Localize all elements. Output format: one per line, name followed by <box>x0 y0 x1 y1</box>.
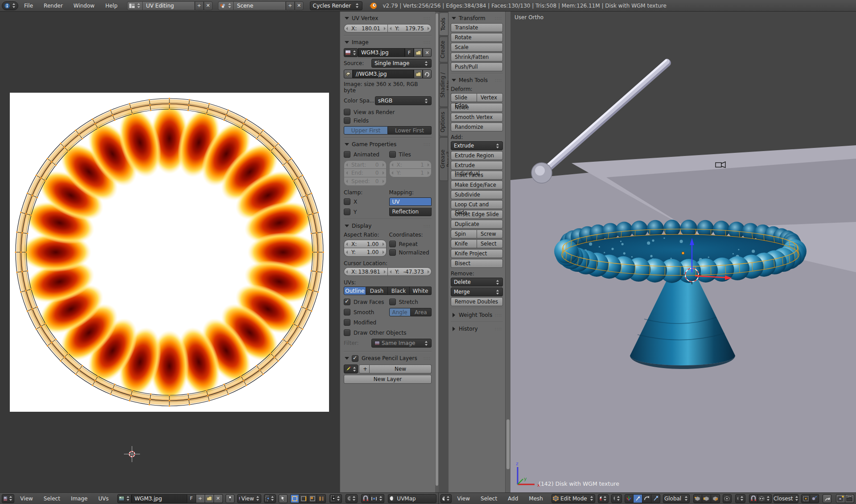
extrude-region-button[interactable]: Extrude Region <box>451 151 503 160</box>
render-still-button[interactable] <box>836 494 845 503</box>
manipulator-rotate-button[interactable] <box>642 494 651 503</box>
uv-vertex-x-field[interactable]: X: 180.01 <box>344 24 387 33</box>
cursor-y-field[interactable]: Y: -47.373 <box>387 267 432 276</box>
open-image-button[interactable] <box>414 48 423 57</box>
snap-magnet-button[interactable] <box>361 494 370 503</box>
scene-browse-button[interactable] <box>218 1 233 10</box>
snap-self-button[interactable] <box>801 494 810 503</box>
uv-menu-uvs[interactable]: UVs <box>93 494 113 504</box>
uv-select-vertex-button[interactable] <box>290 494 299 503</box>
uv-select-face-button[interactable] <box>308 494 317 503</box>
pin-image-button[interactable] <box>226 494 235 503</box>
editor-type-image-button[interactable] <box>2 494 14 503</box>
draw-faces-checkbox[interactable]: Draw Faces <box>344 298 387 306</box>
uv-menu-select[interactable]: Select <box>39 494 65 504</box>
add-scene-button[interactable]: + <box>286 1 295 10</box>
aspect-y-field[interactable]: Y: 1.00 <box>344 248 387 257</box>
uv-image-editor[interactable]: UV Vertex :::: X: 180.01 Y: 179.75 <box>0 12 439 492</box>
v3d-menu-view[interactable]: View <box>453 494 475 504</box>
image-name-field[interactable]: WGM3.jpg <box>358 48 405 57</box>
tiles-checkbox[interactable]: Tiles <box>389 150 432 159</box>
stretch-area-button[interactable]: Area <box>411 308 432 316</box>
make-edge-face-button[interactable]: Make Edge/Face <box>451 180 503 189</box>
modified-checkbox[interactable]: Modified <box>344 318 387 327</box>
uv-display-white-button[interactable]: White <box>410 287 432 295</box>
tab-shading-uvs[interactable]: Shading / UVs <box>439 63 448 107</box>
menu-render[interactable]: Render <box>39 1 68 11</box>
panel-header-uv-vertex[interactable]: UV Vertex :::: <box>344 13 432 23</box>
limit-selection-visible-button[interactable] <box>723 494 732 503</box>
snap-element-dropdown-3d[interactable] <box>758 494 772 503</box>
snap-element-dropdown[interactable] <box>370 494 384 503</box>
fake-user-button[interactable]: F <box>405 48 414 57</box>
render-engine-dropdown[interactable]: Cycles Render <box>310 1 362 10</box>
noise-button[interactable]: Noise <box>451 103 503 112</box>
extrude-menu[interactable]: Extrude <box>451 141 503 150</box>
select-mode-edge-button[interactable] <box>702 494 711 503</box>
normalized-checkbox[interactable]: Normalized <box>389 248 432 257</box>
knife-button[interactable]: Knife <box>451 239 477 248</box>
uv-display-dash-button[interactable]: Dash <box>366 287 388 295</box>
editor-type-3dview-button[interactable] <box>440 494 452 503</box>
push-pull-button[interactable]: Push/Pull <box>451 62 503 71</box>
browse-image-dropdown[interactable] <box>117 494 132 503</box>
translate-button[interactable]: Translate <box>451 23 503 32</box>
manipulator-axis-button[interactable] <box>625 494 634 503</box>
sticky-selection-dropdown[interactable] <box>329 494 342 503</box>
uv-select-island-button[interactable] <box>317 494 326 503</box>
manipulate-center-points-button[interactable] <box>823 494 831 503</box>
fields-checkbox[interactable]: Fields <box>344 116 432 125</box>
pivot-dropdown[interactable] <box>264 494 276 503</box>
panel-header-image[interactable]: Image :::: <box>344 37 432 47</box>
draw-other-objects-checkbox[interactable]: Draw Other Objects <box>344 328 432 337</box>
uv-display-black-button[interactable]: Black <box>388 287 410 295</box>
v3d-menu-mesh[interactable]: Mesh <box>524 494 548 504</box>
delete-scene-button[interactable]: ✕ <box>295 1 304 10</box>
grease-pencil-enable-checkbox[interactable] <box>352 355 358 362</box>
grease-pencil-new-button[interactable]: New <box>370 365 432 373</box>
anim-end-field[interactable]: End: 0 <box>344 169 387 177</box>
stretch-checkbox[interactable]: Stretch <box>389 298 432 306</box>
uv-vertex-y-field[interactable]: Y: 179.75 <box>387 24 432 33</box>
uv-select-edge-button[interactable] <box>299 494 308 503</box>
new-image-button[interactable]: + <box>196 494 205 503</box>
unlink-image-button[interactable]: ✕ <box>423 48 432 57</box>
tab-tools[interactable]: Tools <box>440 12 449 36</box>
select-mode-face-button[interactable] <box>711 494 720 503</box>
mode-dropdown[interactable]: Edit Mode <box>551 494 595 503</box>
repeat-checkbox[interactable]: Repeat <box>389 240 432 248</box>
spin-button[interactable]: Spin <box>451 229 477 238</box>
delete-menu[interactable]: Delete <box>451 278 503 287</box>
open-image-button[interactable] <box>205 494 214 503</box>
unlink-image-button[interactable]: ✕ <box>214 494 223 503</box>
screw-button[interactable]: Screw <box>477 229 503 238</box>
uvmap-selector[interactable]: UVMap <box>388 494 436 503</box>
manipulator-scale-button[interactable] <box>651 494 660 503</box>
image-name-field[interactable]: WGM3.jpg <box>132 494 187 503</box>
filepath-icon-button[interactable] <box>344 70 353 78</box>
toolshelf-scrollbar[interactable] <box>505 12 510 492</box>
transform-orientation-dropdown[interactable]: Global <box>663 494 690 503</box>
select-mode-vertex-button[interactable] <box>693 494 702 503</box>
render-animation-button[interactable] <box>845 494 854 503</box>
tab-options[interactable]: Options <box>439 108 448 136</box>
uv-display-outline-button[interactable]: Outline <box>344 287 366 295</box>
clamp-y-checkbox[interactable]: Y <box>344 208 387 216</box>
panel-header-game-properties[interactable]: Game Properties :::: <box>344 139 432 149</box>
v3d-menu-select[interactable]: Select <box>476 494 502 504</box>
uv-menu-view[interactable]: View <box>15 494 37 504</box>
offset-edge-slide-button[interactable]: Offset Edge Slide <box>451 210 503 219</box>
grease-pencil-new-plus-button[interactable]: + <box>359 365 370 373</box>
panel-header-weight-tools[interactable]: Weight Tools :::: <box>451 310 503 320</box>
snap-target-dropdown[interactable]: Closest <box>774 494 798 503</box>
tab-grease-pencil[interactable]: Grease Pencil <box>439 137 448 181</box>
viewport-3d[interactable]: z y x User Ortho (142) Disk with WGM tex… <box>510 12 856 492</box>
proportional-edit-dropdown-3d[interactable] <box>735 494 746 503</box>
browse-image-dropdown[interactable] <box>344 48 358 57</box>
screen-name-field[interactable]: UV Editing <box>142 1 195 10</box>
fake-user-button[interactable]: F <box>187 494 196 503</box>
panel-header-transform[interactable]: Transform :::: <box>451 13 503 23</box>
rotate-button[interactable]: Rotate <box>451 33 503 42</box>
aspect-x-field[interactable]: X: 1.00 <box>344 240 387 248</box>
subdivide-button[interactable]: Subdivide <box>451 190 503 199</box>
